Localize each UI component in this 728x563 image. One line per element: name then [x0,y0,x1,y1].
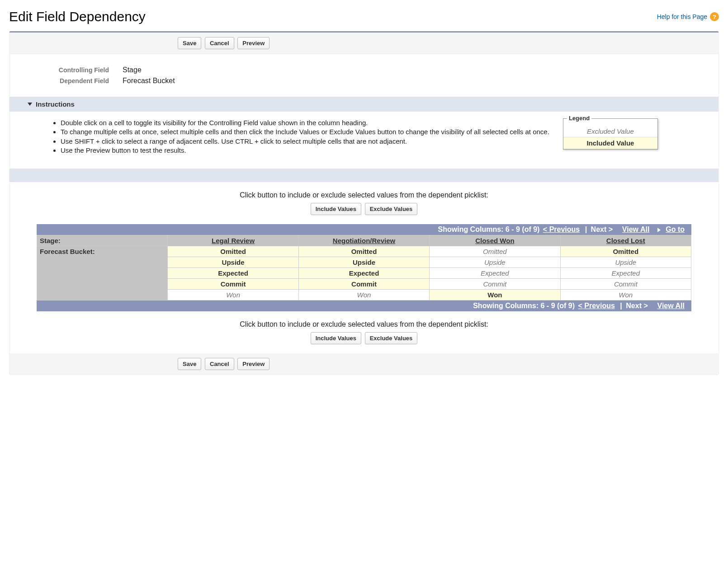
dep-cell[interactable]: Won [560,290,691,300]
instruction-item: To change multiple cells at once, select… [61,127,549,136]
save-button[interactable]: Save [178,37,201,49]
preview-button[interactable]: Preview [237,358,269,370]
dep-cell[interactable]: Upside [430,257,560,268]
top-button-bar: Save Cancel Preview [9,33,719,54]
instructions-list: Double click on a cell to toggle its vis… [52,118,549,155]
instructions-heading-label: Instructions [36,100,75,108]
instruction-item: Double click on a cell to toggle its vis… [61,118,549,127]
include-exclude-top: Click button to include or exclude selec… [9,182,719,224]
col-header[interactable]: Closed Won [430,235,560,246]
controlling-field-value: Stage [123,66,142,74]
prev-link[interactable]: < Previous [578,302,615,310]
include-values-button[interactable]: Include Values [311,203,361,215]
next-link-disabled: Next > [591,225,613,233]
controlling-field-label: Controlling Field [55,66,123,74]
legend-title: Legend [567,115,591,122]
exclude-values-button[interactable]: Exclude Values [365,203,418,215]
dependency-table: Stage: Legal Review Negotiation/Review C… [37,235,691,300]
nav-sep: | [585,225,587,233]
bucket-header: Forecast Bucket: [37,246,168,300]
cancel-button[interactable]: Cancel [205,37,234,49]
dep-cell[interactable]: Expected [168,268,298,279]
field-info: Controlling Field Stage Dependent Field … [9,54,719,97]
view-all-link[interactable]: View All [622,225,649,233]
dep-cell[interactable]: Omitted [560,246,691,257]
col-header[interactable]: Negotiation/Review [298,235,429,246]
dep-cell[interactable]: Omitted [168,246,298,257]
dep-cell[interactable]: Commit [560,279,691,290]
arrow-right-icon [657,228,661,232]
spacer [9,169,719,182]
instruction-item: Use the Preview button to test the resul… [61,146,549,155]
dep-cell[interactable]: Upside [168,257,298,268]
dep-cell[interactable]: Commit [298,279,429,290]
help-link[interactable]: Help for this Page ? [657,12,719,21]
instruction-item: Use SHIFT + click to select a range of a… [61,137,549,146]
col-header[interactable]: Closed Lost [560,235,691,246]
cancel-button[interactable]: Cancel [205,358,234,370]
legend-included: Included Value [563,137,657,149]
col-header[interactable]: Legal Review [168,235,298,246]
dep-cell[interactable]: Upside [560,257,691,268]
help-link-label: Help for this Page [657,13,707,20]
page-title: Edit Field Dependency [9,9,146,24]
dep-cell[interactable]: Won [298,290,429,300]
nav-sep: | [620,302,622,310]
dep-cell[interactable]: Omitted [430,246,560,257]
dep-cell[interactable]: Expected [430,268,560,279]
dep-cell[interactable]: Commit [168,279,298,290]
include-values-button[interactable]: Include Values [311,332,361,344]
instructions-body: Double click on a cell to toggle its vis… [9,112,719,169]
preview-button[interactable]: Preview [237,37,269,49]
dep-cell[interactable]: Expected [298,268,429,279]
dependent-field-value: Forecast Bucket [123,77,175,85]
instructions-header[interactable]: Instructions [9,97,719,112]
prev-link[interactable]: < Previous [543,225,580,233]
stage-header: Stage: [37,235,168,246]
dep-cell[interactable]: Expected [560,268,691,279]
legend-excluded: Excluded Value [563,126,657,137]
mid-text: Click button to include or exclude selec… [37,320,691,328]
exclude-values-button[interactable]: Exclude Values [365,332,418,344]
view-all-link[interactable]: View All [657,302,685,310]
help-icon: ? [710,12,719,21]
bottom-button-bar: Save Cancel Preview [9,353,719,375]
dep-cell[interactable]: Won [168,290,298,300]
nav-showing-label: Showing Columns: 6 - 9 (of 9) [438,225,542,233]
dependent-field-label: Dependent Field [55,77,123,84]
chevron-down-icon [28,103,32,106]
include-exclude-bottom: Click button to include or exclude selec… [9,311,719,353]
nav-bottom: Showing Columns: 6 - 9 (of 9) < Previous… [37,300,691,311]
main-panel: Save Cancel Preview Controlling Field St… [9,31,719,375]
dep-cell[interactable]: Commit [430,279,560,290]
dep-cell[interactable]: Won [430,290,560,300]
dep-cell[interactable]: Omitted [298,246,429,257]
save-button[interactable]: Save [178,358,201,370]
nav-showing-label: Showing Columns: 6 - 9 (of 9) [473,302,577,310]
mid-text: Click button to include or exclude selec… [37,191,691,199]
dep-cell[interactable]: Upside [298,257,429,268]
go-to-link[interactable]: Go to [666,225,685,233]
legend-box: Legend Excluded Value Included Value [563,118,658,150]
next-link-disabled: Next > [626,302,648,310]
grid-wrap: Showing Columns: 6 - 9 (of 9) < Previous… [9,224,719,311]
nav-top: Showing Columns: 6 - 9 (of 9) < Previous… [37,224,691,235]
